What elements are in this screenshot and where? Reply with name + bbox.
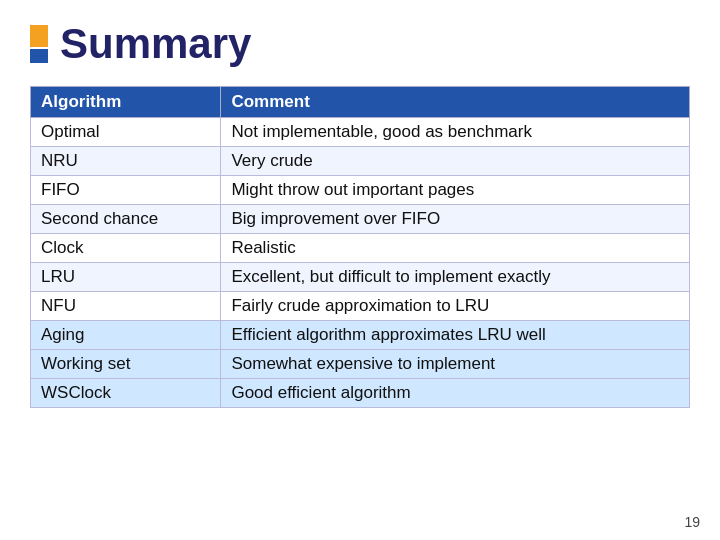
table-header-row: Algorithm Comment (31, 87, 690, 118)
cell-comment: Somewhat expensive to implement (221, 350, 690, 379)
cell-algorithm: NRU (31, 147, 221, 176)
table-row: AgingEfficient algorithm approximates LR… (31, 321, 690, 350)
cell-comment: Big improvement over FIFO (221, 205, 690, 234)
cell-algorithm: Working set (31, 350, 221, 379)
cell-comment: Realistic (221, 234, 690, 263)
cell-algorithm: Clock (31, 234, 221, 263)
cell-algorithm: Second chance (31, 205, 221, 234)
page-number: 19 (684, 514, 700, 530)
cell-algorithm: Optimal (31, 118, 221, 147)
accent-top-block (30, 25, 48, 47)
cell-algorithm: FIFO (31, 176, 221, 205)
accent-bottom-block (30, 49, 48, 63)
table-row: WSClockGood efficient algorithm (31, 379, 690, 408)
cell-comment: Very crude (221, 147, 690, 176)
cell-comment: Efficient algorithm approximates LRU wel… (221, 321, 690, 350)
accent-decoration (30, 25, 48, 63)
col-header-algorithm: Algorithm (31, 87, 221, 118)
table-row: NRUVery crude (31, 147, 690, 176)
cell-comment: Not implementable, good as benchmark (221, 118, 690, 147)
table-row: Working setSomewhat expensive to impleme… (31, 350, 690, 379)
table-row: NFUFairly crude approximation to LRU (31, 292, 690, 321)
cell-comment: Fairly crude approximation to LRU (221, 292, 690, 321)
summary-table: Algorithm Comment OptimalNot implementab… (30, 86, 690, 408)
col-header-comment: Comment (221, 87, 690, 118)
table-row: LRUExcellent, but difficult to implement… (31, 263, 690, 292)
table-wrapper: Algorithm Comment OptimalNot implementab… (30, 86, 690, 408)
table-row: Second chanceBig improvement over FIFO (31, 205, 690, 234)
slide-container: Summary Algorithm Comment OptimalNot imp… (0, 0, 720, 540)
cell-comment: Might throw out important pages (221, 176, 690, 205)
cell-algorithm: LRU (31, 263, 221, 292)
cell-comment: Excellent, but difficult to implement ex… (221, 263, 690, 292)
table-row: FIFOMight throw out important pages (31, 176, 690, 205)
cell-algorithm: Aging (31, 321, 221, 350)
table-row: ClockRealistic (31, 234, 690, 263)
cell-comment: Good efficient algorithm (221, 379, 690, 408)
header-area: Summary (30, 20, 690, 68)
slide-title: Summary (60, 20, 251, 68)
cell-algorithm: NFU (31, 292, 221, 321)
table-row: OptimalNot implementable, good as benchm… (31, 118, 690, 147)
cell-algorithm: WSClock (31, 379, 221, 408)
